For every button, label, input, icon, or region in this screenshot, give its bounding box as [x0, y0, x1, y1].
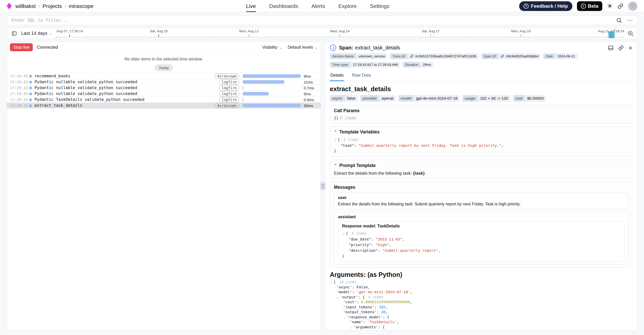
breadcrumb-item-willbakst[interactable]: willbakst — [15, 3, 36, 9]
json-line: ⌄{ 1 items — [334, 137, 628, 143]
trace-row-duration: 5ms — [304, 92, 318, 96]
trace-row-name: Pydantic nullable validate_python succee… — [35, 86, 137, 90]
chevron-down-icon: ⌄ — [314, 46, 318, 49]
collapse-toggle-icon[interactable]: ⌄ — [342, 232, 345, 235]
json-token-punc: : { — [378, 325, 385, 329]
trace-row[interactable]: 17:29:33Pydantic TaskDetails validate_py… — [7, 97, 321, 103]
json-token-key: "due_date" — [349, 237, 371, 241]
panel-resize-handle[interactable] — [320, 182, 326, 190]
tab-settings[interactable]: Settings — [370, 0, 389, 12]
timeline-tick — [521, 34, 521, 37]
json-line: 'model': 'gpt-4o-mini-2024-07-18', — [330, 290, 632, 295]
collapse-toggle-icon[interactable]: ⌄ — [330, 280, 332, 284]
timeline-zoom-icon[interactable] — [624, 28, 634, 39]
copy-link-icon[interactable] — [617, 3, 624, 9]
collapse-toggle-icon[interactable]: ⌄ — [343, 315, 346, 319]
json-token-punc: } — [342, 254, 344, 258]
collapse-toggle-icon[interactable]: ⌄ — [336, 295, 339, 299]
badge-label: usage — [462, 95, 478, 102]
trace-row[interactable]: 17:29:33Pydantic nullable validate_pytho… — [7, 79, 321, 85]
default-levels-select[interactable]: Default levels ⌄ — [288, 45, 318, 50]
json-token-key: 'output_tokens' — [343, 310, 377, 314]
copy-span-link-icon[interactable] — [618, 45, 624, 51]
attr-badge-provider: provideropenai — [360, 95, 396, 102]
collapse-icon[interactable]: ⌃ — [334, 164, 337, 168]
trace-row-duration-track — [243, 98, 301, 101]
json-line: 'cost': 0.00003329999999999996, — [330, 300, 632, 305]
trace-row[interactable]: 17:29:33Pydantic nullable validate_pytho… — [7, 85, 321, 91]
message-role: assistant — [338, 215, 624, 219]
collapse-icon[interactable]: ⌃ — [334, 130, 337, 134]
call-params-items-note: 0 items — [340, 116, 356, 120]
avatar[interactable] — [628, 2, 637, 11]
trace-row-name: Pydantic nullable validate_python succee… — [35, 80, 137, 84]
timeline-tick — [249, 34, 249, 37]
search-icon[interactable] — [616, 17, 622, 23]
more-options-icon[interactable]: ⋯ — [627, 17, 633, 23]
tab-explore[interactable]: Explore — [339, 0, 357, 12]
timeline-selection[interactable] — [608, 31, 615, 38]
json-token-punc: : — [352, 285, 356, 289]
feedback-help-button[interactable]: ? Feedback / Help — [519, 1, 572, 11]
json-token-punc: { — [337, 138, 342, 142]
span-tab-raw-data[interactable]: Raw Data — [351, 71, 372, 81]
response-model-title: Response model: TaskDetails — [342, 224, 620, 228]
json-token-punc: : — [363, 320, 367, 324]
breadcrumb-item-mirascope[interactable]: mirascope — [69, 3, 94, 9]
trace-row-name: recommend_books — [35, 74, 70, 78]
timeline-track[interactable]: Aug 07, 17:26:14Sat, Aug 10Mon, Aug 12We… — [56, 28, 624, 39]
json-token-punc: : { — [358, 295, 367, 299]
beta-badge[interactable]: i Beta — [577, 1, 602, 11]
time-range-select[interactable]: Last 14 days ⌄ — [21, 31, 52, 36]
sql-filter-input[interactable] — [11, 17, 616, 23]
timeline-tick-label: Mon, Aug 19 — [511, 29, 531, 33]
breadcrumb-item-Projects[interactable]: Projects — [42, 3, 62, 9]
tab-dashboards[interactable]: Dashboards — [269, 0, 298, 12]
trace-row-timestamp: 17:29:33 — [10, 98, 29, 102]
trace-list: 17:14:43recommend_booksmirascope9ms17:29… — [7, 73, 321, 109]
dock-panel-icon[interactable] — [608, 45, 614, 51]
json-token-key: 'due_date' — [356, 330, 379, 330]
badge-value: 102 + 30 -> 132 — [478, 95, 510, 102]
trace-row-duration-track — [243, 104, 301, 107]
trace-row[interactable]: 17:29:33Pydantic nullable validate_pytho… — [7, 91, 321, 97]
prompt-template-text: Extract the details from the following t… — [334, 171, 628, 176]
trace-row[interactable]: 17:29:33extract_task_detailsmirascope30m… — [7, 103, 321, 109]
stop-live-button[interactable]: Stop live — [10, 43, 33, 51]
top-actions: ? Feedback / Help i Beta ☀ — [519, 1, 637, 11]
default-levels-label: Default levels — [288, 45, 313, 50]
json-token-punc: , — [410, 300, 412, 304]
messages-title: Messages — [334, 185, 355, 190]
json-line: ⌄'output': { 4 items — [330, 295, 632, 300]
timeline-tick — [159, 34, 159, 37]
trace-row-tag: mirascope — [215, 103, 239, 108]
collapse-toggle-icon[interactable]: ⌄ — [350, 325, 352, 329]
sidebar-toggle-icon[interactable] — [10, 29, 18, 37]
logfire-logo-icon[interactable] — [7, 3, 12, 9]
badge-value: openai — [379, 95, 396, 102]
json-line: } — [342, 253, 620, 259]
collapse-toggle-icon[interactable]: ⌄ — [334, 138, 336, 142]
badge-value: 29ms — [420, 62, 433, 68]
tab-alerts[interactable]: Alerts — [311, 0, 325, 12]
json-token-key: "task" — [341, 143, 354, 148]
theme-toggle-icon[interactable]: ☀ — [607, 3, 613, 9]
json-token-key: 'output' — [340, 295, 358, 299]
trace-row-tag: logfire — [219, 91, 239, 96]
json-token-str: 'gpt-4o-mini-2024-07-18' — [357, 290, 410, 294]
close-icon[interactable]: ✕ — [628, 45, 632, 51]
badge-label: provider — [360, 95, 379, 102]
link-icon[interactable] — [410, 54, 414, 58]
trace-row-name: Pydantic nullable validate_python succee… — [35, 91, 137, 96]
visibility-select[interactable]: Visibility ⌄ — [262, 45, 282, 50]
span-title-name: extract_task_details — [355, 45, 400, 50]
trace-row[interactable]: 17:14:43recommend_booksmirascope9ms — [7, 73, 321, 79]
json-token-punc: , — [368, 285, 370, 289]
chevron-down-icon: ⌄ — [49, 32, 52, 35]
json-line: 'async': False, — [330, 285, 632, 290]
span-tab-details[interactable]: Details — [330, 71, 344, 81]
link-icon[interactable] — [500, 54, 504, 58]
tab-live[interactable]: Live — [246, 0, 256, 12]
span-details-content: extract_task_details asyncfalseprovidero… — [325, 81, 637, 330]
connection-status: Connected — [37, 45, 58, 50]
